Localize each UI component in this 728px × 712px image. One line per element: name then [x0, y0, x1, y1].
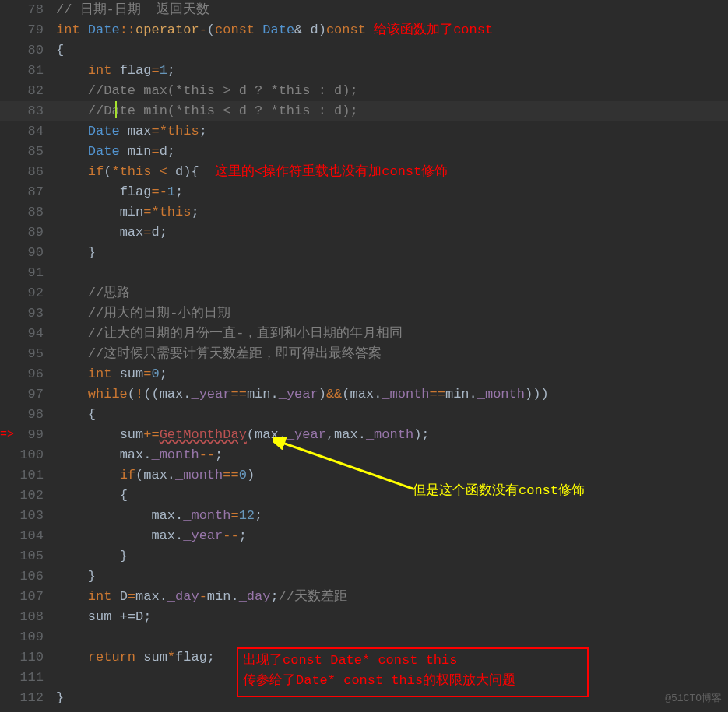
annotation-operator-lt: 这里的<操作符重载也没有加const修饰: [215, 164, 448, 179]
line-number-gutter: 7879808182838485868788899091929394959697…: [0, 0, 50, 708]
code-line: if(max._month==0): [56, 465, 728, 486]
code-line: max._month--;: [56, 445, 728, 465]
code-line: //让大的日期的月份一直-，直到和小日期的年月相同: [56, 324, 728, 344]
code-area[interactable]: // 日期-日期 返回天数 int Date::operator-(const …: [56, 0, 728, 708]
watermark: @51CTO博客: [665, 689, 722, 709]
code-line: }: [56, 243, 728, 263]
code-line: [56, 627, 728, 647]
code-line: [56, 263, 728, 283]
code-line: max._year--;: [56, 526, 728, 546]
code-line: {: [56, 40, 728, 61]
code-line: // 日期-日期 返回天数: [56, 0, 728, 20]
code-line: int sum=0;: [56, 364, 728, 384]
code-line: sum +=D;: [56, 607, 728, 627]
code-editor[interactable]: { "gutter": { "start": 78, "end": 112 },…: [0, 0, 728, 712]
line-number: 78: [0, 0, 44, 20]
code-line: if(*this < d){ 这里的<操作符重载也没有加const修饰: [56, 162, 728, 182]
text-caret: [115, 101, 117, 118]
code-line: //这时候只需要计算天数差距，即可得出最终答案: [56, 344, 728, 364]
code-line: //Date min(*this < d ? *this : d);: [56, 101, 728, 121]
code-line: max._month=12;: [56, 506, 728, 526]
code-line: {: [56, 405, 728, 425]
annotation-no-const: 但是这个函数没有const修饰: [413, 481, 585, 501]
annotation-box-line1: 出现了const Date* const this: [243, 651, 582, 671]
code-line: }: [56, 546, 728, 566]
code-line: //Date max(*this > d ? *this : d);: [56, 81, 728, 101]
code-line: }: [56, 566, 728, 587]
code-line: Date max=*this;: [56, 121, 728, 142]
code-line: int D=max._day-min._day;//天数差距: [56, 587, 728, 607]
code-line: min=*this;: [56, 202, 728, 223]
code-line: max=d;: [56, 223, 728, 243]
code-line: sum+=GetMonthDay(max._year,max._month);: [56, 425, 728, 445]
code-line: //用大的日期-小的日期: [56, 303, 728, 324]
code-line: //思路: [56, 283, 728, 303]
code-line: while(!((max._year==min._year)&&(max._mo…: [56, 384, 728, 405]
code-line: flag=-1;: [56, 182, 728, 202]
annotation-box: 出现了const Date* const this 传参给了Date* cons…: [237, 647, 589, 697]
breakpoint-marker[interactable]: =>: [0, 425, 14, 445]
annotation-const-added: 给该函数加了const: [374, 23, 493, 37]
code-line: int flag=1;: [56, 61, 728, 81]
code-line: Date min=d;: [56, 142, 728, 162]
code-line: {: [56, 486, 728, 506]
annotation-box-line2: 传参给了Date* const this的权限放大问题: [243, 671, 582, 691]
code-line: int Date::operator-(const Date& d)const …: [56, 20, 728, 40]
